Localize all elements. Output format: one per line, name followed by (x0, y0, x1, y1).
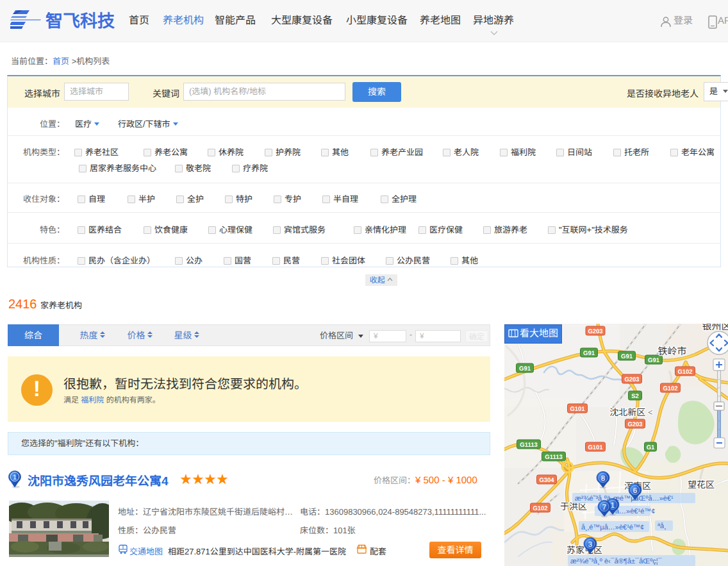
svg-text:G203: G203 (627, 421, 642, 428)
svg-text:G101: G101 (570, 406, 585, 413)
svg-text:G203: G203 (588, 328, 602, 335)
svg-text:G91: G91 (519, 365, 531, 372)
svg-text:G203: G203 (624, 376, 639, 383)
svg-text:G101: G101 (588, 444, 603, 451)
svg-text:G102: G102 (663, 385, 677, 392)
svg-text:ªå¸: ªå¸ (658, 522, 666, 530)
svg-text:G304: G304 (539, 477, 554, 484)
svg-text:å¸‚é™µå…»è€¹é™¢: å¸‚é™µå…»è€¹é™¢ (581, 524, 644, 531)
svg-text:G91: G91 (583, 350, 595, 357)
svg-text:å…»è€¹é™¢: å…»è€¹é™¢ (615, 508, 655, 515)
svg-text:1: 1 (13, 474, 17, 481)
svg-text:G102: G102 (533, 505, 547, 512)
svg-text:望花区: 望花区 (688, 478, 715, 491)
svg-text:G1: G1 (647, 444, 655, 451)
svg-text:G91: G91 (621, 353, 633, 360)
svg-text:6: 6 (633, 487, 637, 495)
svg-text:æ²¾é˜³å¸º è‹¯å®¶å±¯åŒºç¦¯: æ²¾é˜³å¸º è‹¯å®¶å±¯åŒºç¦¯ (570, 558, 663, 565)
svg-text:沈北新区 <: 沈北新区 < (609, 406, 652, 419)
svg-text:铁岭市: 铁岭市 (658, 344, 686, 358)
svg-text:æ²¾é˜³å¸ºä¸œé™µåŒºå…»è€¹: æ²¾é˜³å¸ºä¸œé™µåŒºå…»è€¹ (575, 495, 674, 503)
svg-text:G91: G91 (648, 357, 660, 364)
svg-text:银州区: 银州区 (702, 324, 728, 333)
svg-text:G1113: G1113 (520, 442, 537, 449)
svg-text:S2: S2 (631, 393, 639, 400)
svg-text:G102: G102 (677, 369, 692, 376)
svg-text:G1113: G1113 (545, 454, 562, 461)
svg-text:1: 1 (611, 502, 615, 510)
svg-text:3: 3 (588, 541, 592, 549)
svg-text:智飞科技: 智飞科技 (46, 8, 115, 31)
svg-text:7: 7 (602, 504, 606, 512)
svg-text:8: 8 (601, 475, 605, 483)
